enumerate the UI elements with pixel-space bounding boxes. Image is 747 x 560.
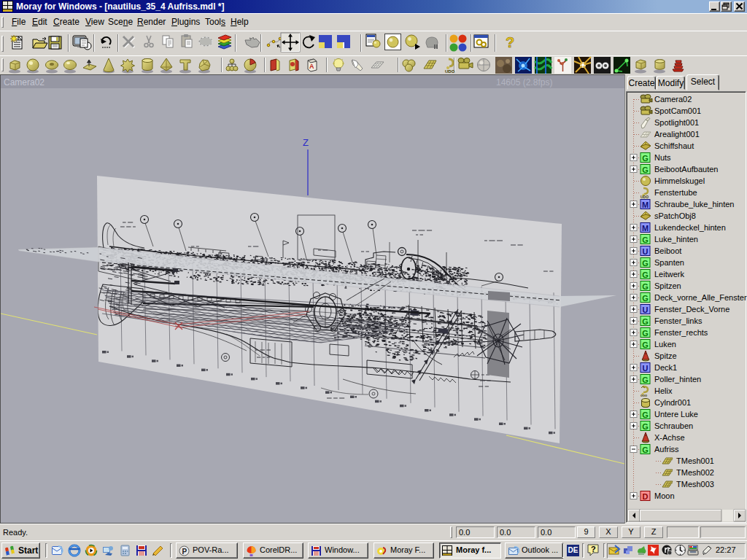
svg-text:Schrauben: Schrauben: [654, 421, 693, 430]
svg-text:G: G: [642, 317, 649, 326]
svg-text:X-Achse: X-Achse: [654, 433, 685, 442]
svg-text:G: G: [642, 446, 649, 454]
svg-text:Untere Luke: Untere Luke: [654, 410, 698, 419]
svg-text:G: G: [642, 154, 649, 163]
svg-text:G: G: [642, 271, 649, 279]
svg-text:Poller_hinten: Poller_hinten: [654, 375, 701, 384]
svg-text:TMesh003: TMesh003: [676, 480, 714, 489]
svg-text:Fenstertube: Fenstertube: [654, 188, 697, 197]
svg-text:G: G: [642, 282, 649, 291]
svg-text:Aufriss: Aufriss: [654, 445, 679, 454]
svg-text:P: P: [182, 548, 187, 556]
svg-text:Arealight001: Arealight001: [654, 130, 700, 139]
svg-text:Luken: Luken: [654, 340, 676, 349]
svg-text:?: ?: [591, 545, 596, 553]
svg-text:?: ?: [506, 34, 514, 50]
svg-text:Himmelskugel: Himmelskugel: [654, 176, 705, 185]
svg-text:Spitze: Spitze: [654, 351, 677, 360]
svg-text:Spanten: Spanten: [654, 258, 684, 267]
svg-text:G: G: [642, 329, 649, 338]
svg-text:TMesh002: TMesh002: [676, 468, 714, 477]
svg-text:UDO: UDO: [445, 69, 455, 74]
svg-text:M: M: [642, 201, 649, 209]
svg-text:Deck1: Deck1: [654, 363, 677, 372]
svg-text:Fenster_Deck_Vorne: Fenster_Deck_Vorne: [654, 305, 729, 314]
svg-text:G: G: [642, 376, 649, 384]
svg-text:Luke_hinten: Luke_hinten: [654, 235, 698, 244]
svg-text:Lukendeckel_hinten: Lukendeckel_hinten: [654, 223, 726, 232]
svg-text:14605 (2.8fps): 14605 (2.8fps): [496, 77, 552, 88]
svg-text:D: D: [643, 492, 649, 501]
svg-text:Spitzen: Spitzen: [654, 281, 681, 290]
svg-text:U: U: [643, 306, 649, 314]
svg-text:Cylndr001: Cylndr001: [654, 398, 691, 407]
svg-text:G: G: [642, 166, 649, 174]
svg-text:M: M: [642, 224, 649, 233]
svg-text:Schraube_luke_hinten: Schraube_luke_hinten: [654, 200, 734, 209]
svg-text:sPatchObj8: sPatchObj8: [654, 211, 696, 220]
svg-text:Leitwerk: Leitwerk: [654, 270, 684, 279]
svg-text:G: G: [642, 259, 649, 268]
svg-text:Deck_vorne_Alle_Fenster: Deck_vorne_Alle_Fenster: [654, 293, 747, 302]
svg-text:22:27: 22:27: [716, 545, 736, 554]
svg-text:Helix: Helix: [654, 386, 673, 395]
svg-text:Nuts: Nuts: [654, 153, 671, 162]
svg-text:Spotlight001: Spotlight001: [654, 118, 699, 127]
svg-text:A: A: [309, 63, 314, 70]
svg-text:BeibootAufbauten: BeibootAufbauten: [654, 165, 718, 174]
svg-text:Camera02: Camera02: [4, 77, 44, 88]
svg-text:U: U: [643, 364, 649, 373]
svg-text:TMesh001: TMesh001: [676, 456, 714, 465]
svg-text:Z: Z: [303, 137, 309, 148]
svg-text:U: U: [643, 247, 649, 256]
svg-text:SpotCam001: SpotCam001: [654, 106, 701, 115]
svg-text:Fenster_rechts: Fenster_rechts: [654, 328, 708, 337]
svg-text:Camera02: Camera02: [654, 95, 692, 104]
svg-text:Moon: Moon: [654, 491, 675, 500]
svg-text:G: G: [642, 236, 649, 244]
svg-text:G: G: [642, 341, 649, 349]
svg-text:G: G: [642, 294, 649, 303]
svg-text:Fenster_links: Fenster_links: [654, 316, 703, 325]
svg-text:Schiffshaut: Schiffshaut: [654, 141, 694, 150]
svg-text:G: G: [642, 411, 649, 419]
svg-text:G: G: [642, 422, 649, 431]
svg-text:Beiboot: Beiboot: [654, 246, 681, 255]
